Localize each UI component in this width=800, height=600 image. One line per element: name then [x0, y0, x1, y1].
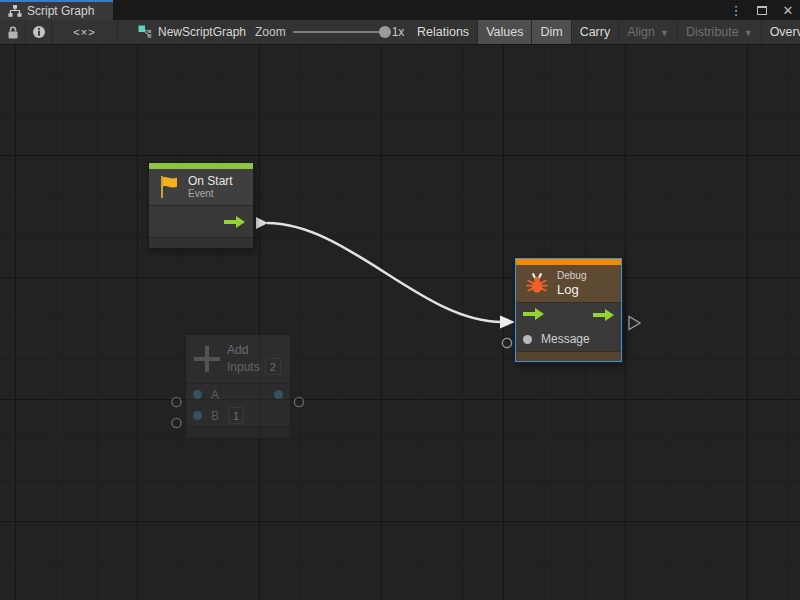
code-icon: <×>: [73, 26, 95, 38]
debug-header: Debug Log: [516, 265, 621, 303]
on-start-ports: [149, 206, 253, 237]
node-category: Debug: [557, 270, 586, 282]
node-add-dimmed[interactable]: Add Inputs 2 A B 1: [186, 335, 290, 438]
tab-script-graph[interactable]: Script Graph: [0, 0, 113, 20]
node-footer: [149, 237, 253, 248]
chevron-down-icon: ▼: [744, 28, 753, 38]
overview-button[interactable]: Overview: [762, 20, 800, 44]
graph-hierarchy-icon: [8, 5, 22, 17]
add-port-b-outer-circle[interactable]: [172, 418, 181, 427]
port-b-value-field[interactable]: 1: [228, 407, 244, 424]
chevron-down-icon: ▼: [660, 28, 669, 38]
unity-visual-scripting-window: Script Graph ⋮ ✕ <×>: [0, 0, 800, 600]
zoom-label: Zoom: [255, 25, 286, 39]
control-input-port[interactable]: [523, 308, 544, 323]
node-title: Add: [227, 343, 281, 358]
connections-layer: [0, 45, 800, 600]
node-on-start-event[interactable]: On Start Event: [149, 163, 253, 248]
maximize-icon[interactable]: [754, 2, 770, 18]
port-a-label: A: [211, 388, 219, 402]
graph-asset-button[interactable]: NewScriptGraph: [130, 20, 254, 44]
toolbar-buttons: Relations Values Dim Carry Align ▼ Distr…: [409, 20, 800, 44]
zoom-control: Zoom 1x: [255, 20, 404, 44]
node-subtitle: Event: [188, 188, 233, 200]
on-start-header: On Start Event: [149, 169, 253, 206]
inputs-count-field[interactable]: 2: [265, 358, 281, 375]
node-footer: [186, 426, 290, 438]
code-preview-button[interactable]: <×>: [52, 20, 118, 44]
graph-canvas[interactable]: On Start Event: [0, 45, 800, 600]
control-output-port[interactable]: [224, 216, 245, 228]
debug-message-row: Message: [516, 327, 621, 351]
window-controls: ⋮ ✕: [728, 0, 796, 20]
message-value-port[interactable]: [523, 335, 532, 344]
port-b-input[interactable]: [193, 411, 202, 420]
sum-output-port[interactable]: [274, 390, 283, 399]
plus-icon: [194, 346, 220, 372]
node-title: On Start: [188, 174, 233, 188]
script-graph-asset-icon: [138, 25, 152, 39]
message-port-outer-circle[interactable]: [502, 338, 511, 347]
add-header: Add Inputs 2: [186, 335, 290, 384]
zoom-slider-handle[interactable]: [379, 26, 391, 38]
port-b-label: B: [211, 409, 219, 423]
align-dropdown[interactable]: Align ▼: [619, 20, 678, 44]
titlebar: Script Graph ⋮ ✕: [0, 0, 800, 20]
distribute-dropdown[interactable]: Distribute ▼: [678, 20, 762, 44]
debug-control-ports: [516, 303, 621, 327]
values-button[interactable]: Values: [478, 20, 532, 44]
kebab-menu-icon[interactable]: ⋮: [728, 2, 744, 18]
port-a-input[interactable]: [193, 390, 202, 399]
carry-button[interactable]: Carry: [572, 20, 620, 44]
node-debug-log[interactable]: Debug Log: [515, 258, 622, 362]
add-port-row-b: B 1: [186, 405, 290, 426]
graph-asset-name: NewScriptGraph: [158, 25, 246, 39]
close-icon[interactable]: ✕: [780, 2, 796, 18]
add-output-outer-circle[interactable]: [294, 397, 303, 406]
node-title: Log: [557, 282, 586, 297]
control-output-port[interactable]: [593, 309, 614, 321]
tab-label: Script Graph: [27, 4, 94, 18]
info-icon: [32, 25, 46, 39]
add-port-a-outer-circle[interactable]: [172, 397, 181, 406]
lock-icon: [7, 26, 19, 39]
maximize-glyph: [757, 6, 767, 15]
bug-icon: [524, 271, 550, 297]
info-button[interactable]: [26, 20, 52, 44]
relations-button[interactable]: Relations: [409, 20, 478, 44]
inputs-label: Inputs: [227, 360, 260, 374]
add-port-row-a: A: [186, 384, 290, 405]
node-footer: [516, 351, 621, 361]
lock-button[interactable]: [0, 20, 26, 44]
flag-icon: [157, 174, 181, 200]
connection-wire[interactable]: [267, 223, 502, 322]
message-port-label: Message: [541, 332, 590, 346]
dim-button[interactable]: Dim: [532, 20, 571, 44]
wire-end-arrow: [500, 316, 515, 329]
zoom-value: 1x: [392, 25, 405, 39]
debug-output-connector-triangle[interactable]: [629, 317, 640, 330]
wire-start-arrow[interactable]: [256, 217, 268, 229]
graph-toolbar: <×> NewScriptGraph Zoom 1x Relations Val…: [0, 20, 800, 45]
zoom-slider[interactable]: [293, 31, 385, 33]
